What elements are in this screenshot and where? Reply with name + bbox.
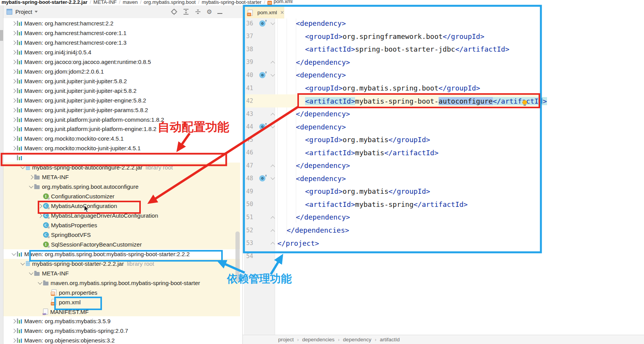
tree-chevron-down-icon[interactable] xyxy=(11,251,17,257)
tree-row[interactable]: Maven: org.hamcrest:hamcrest-core:1.3 xyxy=(3,38,242,47)
tree-chevron-right-icon[interactable] xyxy=(11,49,17,55)
fold-marker-icon[interactable] xyxy=(270,124,275,128)
tree-row[interactable]: Maven: org.hamcrest:hamcrest:2.2 xyxy=(3,18,242,28)
tree-row[interactable]: CSpringBootVFS xyxy=(3,230,242,240)
editor-line-49[interactable]: 49<groupId>org.mybatis</groupId> xyxy=(244,185,541,198)
tree-row[interactable]: Maven: org.jacoco:org.jacoco.agent:runti… xyxy=(3,57,242,67)
top-breadcrumb-item[interactable]: META-INF xyxy=(93,0,117,5)
fold-marker-icon[interactable] xyxy=(270,164,275,169)
top-breadcrumb-item[interactable]: mybatis-spring-boot-starter-2.2.2.jar xyxy=(2,0,87,5)
expand-all-icon[interactable] xyxy=(183,8,189,15)
tree-row[interactable]: MFMANIFEST.MF xyxy=(3,307,242,317)
tree-row[interactable]: Maven: org.mockito:mockito-junit-jupiter… xyxy=(3,143,242,153)
tree-chevron-down-icon[interactable] xyxy=(37,280,43,286)
tree-chevron-right-icon[interactable] xyxy=(11,327,17,334)
tree-chevron-right-icon[interactable] xyxy=(11,20,17,27)
project-tree[interactable]: Maven: org.hamcrest:hamcrest:2.2Maven: o… xyxy=(3,18,242,344)
tree-row[interactable]: mybatis-spring-boot-autoconfigure-2.2.2.… xyxy=(3,163,242,172)
tree-chevron-right-icon[interactable] xyxy=(11,318,17,324)
tree-row[interactable]: org.mybatis.spring.boot.autoconfigure xyxy=(3,182,242,191)
fold-marker-icon[interactable] xyxy=(270,176,275,180)
editor-line-42[interactable]: 42<artifactId>mybatis-spring-boot-autoco… xyxy=(244,94,541,107)
gutter-override-icon[interactable]: o xyxy=(259,124,265,130)
editor-line-48[interactable]: 48o<dependency> xyxy=(244,172,541,185)
tree-row[interactable]: Maven: org.junit.jupiter:junit-jupiter-e… xyxy=(3,96,242,105)
xml-breadcrumb-item[interactable]: project xyxy=(278,337,294,342)
editor-line-41[interactable]: 41<groupId>org.mybatis.spring.boot</grou… xyxy=(244,82,541,95)
tree-row[interactable]: Maven: org.mybatis.spring.boot:mybatis-s… xyxy=(3,249,242,259)
xml-breadcrumb-item[interactable]: dependencies xyxy=(302,337,335,342)
tree-chevron-down-icon[interactable] xyxy=(28,270,34,277)
tree-chevron-right-icon[interactable] xyxy=(11,87,17,94)
top-breadcrumb-item[interactable]: maven xyxy=(123,0,138,5)
tree-row[interactable]: CMybatisProperties xyxy=(3,220,242,230)
tree-chevron-right-icon[interactable] xyxy=(11,97,17,104)
intention-bulb-icon[interactable] xyxy=(522,100,527,105)
tree-row[interactable]: Maven: org.mockito:mockito-core:4.5.1 xyxy=(3,134,242,143)
project-panel-title[interactable]: Project xyxy=(15,9,32,15)
tree-row[interactable]: Maven: org.jdom:jdom2:2.0.6.1 xyxy=(3,67,242,76)
editor-line-44[interactable]: 44o<dependency> xyxy=(244,120,541,133)
editor-line-53[interactable]: 53</project> xyxy=(244,237,541,250)
tree-row[interactable]: mybatis-spring-boot-starter-2.2.2.jarlib… xyxy=(3,259,242,268)
fold-marker-icon[interactable] xyxy=(270,20,275,25)
editor-line-37[interactable]: 37<groupId>org.springframework.boot</gro… xyxy=(244,30,541,43)
tree-chevron-right-icon[interactable] xyxy=(11,107,17,113)
tree-row[interactable]: <>pom.xml xyxy=(3,297,242,307)
fold-marker-icon[interactable] xyxy=(270,113,275,117)
tree-chevron-right-icon[interactable] xyxy=(37,212,43,219)
tree-row[interactable]: CMybatisLanguageDriverAutoConfiguration xyxy=(3,211,242,220)
tree-chevron-right-icon[interactable] xyxy=(11,30,17,36)
editor-line-43[interactable]: 43</dependency> xyxy=(244,107,541,121)
top-breadcrumb-item[interactable]: org.mybatis.spring.boot xyxy=(144,0,196,5)
collapse-all-icon[interactable] xyxy=(195,8,201,15)
editor-code-area[interactable]: 36o<dependency>37<groupId>org.springfram… xyxy=(244,17,541,262)
tree-row[interactable]: META-INF xyxy=(3,172,242,182)
tree-chevron-right-icon[interactable] xyxy=(11,59,17,65)
tree-row[interactable]: Maven: org.junit.jupiter:junit-jupiter-p… xyxy=(3,105,242,115)
tree-chevron-right-icon[interactable] xyxy=(11,68,17,75)
tree-chevron-right-icon[interactable] xyxy=(11,78,17,84)
tree-row[interactable]: maven.org.mybatis.spring.boot.mybatis-sp… xyxy=(3,278,242,288)
tree-chevron-down-icon[interactable] xyxy=(20,164,26,171)
tree-row[interactable]: Maven: org.objenesis:objenesis:3.2 xyxy=(3,336,242,344)
tree-chevron-right-icon[interactable] xyxy=(11,145,17,151)
editor-line-51[interactable]: 51</dependency> xyxy=(244,211,541,224)
editor-line-39[interactable]: 39</dependency> xyxy=(244,56,541,69)
editor-line-45[interactable]: 45<groupId>org.mybatis</groupId> xyxy=(244,133,541,146)
fold-marker-icon[interactable] xyxy=(270,242,275,246)
stripe-knob[interactable] xyxy=(0,30,3,41)
editor-line-36[interactable]: 36o<dependency> xyxy=(244,17,541,30)
editor-line-52[interactable]: 52</dependencies> xyxy=(244,224,541,237)
chevron-down-icon[interactable] xyxy=(35,11,38,13)
tree-row[interactable]: pom.properties xyxy=(3,288,242,297)
close-icon[interactable]: ✕ xyxy=(280,10,284,15)
tree-chevron-right-icon[interactable] xyxy=(28,174,34,180)
editor-line-38[interactable]: 38<artifactId>spring-boot-starter-jdbc</… xyxy=(244,43,541,56)
hide-panel-icon[interactable] xyxy=(217,8,222,15)
tree-chevron-right-icon[interactable] xyxy=(11,337,17,344)
xml-breadcrumb-item[interactable]: dependency xyxy=(343,337,372,342)
tree-chevron-right-icon[interactable] xyxy=(37,203,43,209)
top-breadcrumb-item[interactable]: <>pom.xml xyxy=(267,0,292,5)
editor-line-50[interactable]: 50<artifactId>mybatis-spring</artifactId… xyxy=(244,198,541,211)
gutter-override-icon[interactable]: o xyxy=(259,20,265,27)
tree-row[interactable]: Maven: org.junit.platform:junit-platform… xyxy=(3,115,242,124)
gutter-override-icon[interactable]: o xyxy=(259,175,265,181)
top-breadcrumb-item[interactable]: mybatis-spring-boot-starter xyxy=(202,0,261,5)
xml-breadcrumb-item[interactable]: artifactId xyxy=(380,337,400,342)
tree-chevron-down-icon[interactable] xyxy=(28,183,34,190)
tree-chevron-right-icon[interactable] xyxy=(11,39,17,46)
fold-marker-icon[interactable] xyxy=(270,72,275,76)
editor-line-47[interactable]: 47</dependency> xyxy=(244,159,541,172)
gear-icon[interactable]: ⚙ xyxy=(207,8,212,15)
tree-row[interactable]: Maven: org.mybatis.spring.boot:mybatis-s… xyxy=(3,153,242,163)
tool-window-stripe[interactable] xyxy=(0,5,3,344)
fold-marker-icon[interactable] xyxy=(270,216,275,220)
gutter-override-icon[interactable]: o xyxy=(259,72,265,78)
tree-scrollbar[interactable] xyxy=(235,232,240,282)
editor-line-54[interactable]: 54 xyxy=(244,250,541,263)
tree-chevron-down-icon[interactable] xyxy=(20,260,26,267)
tree-row[interactable]: Maven: org.mybatis:mybatis-spring:2.0.7 xyxy=(3,326,242,336)
locate-icon[interactable] xyxy=(171,8,177,15)
